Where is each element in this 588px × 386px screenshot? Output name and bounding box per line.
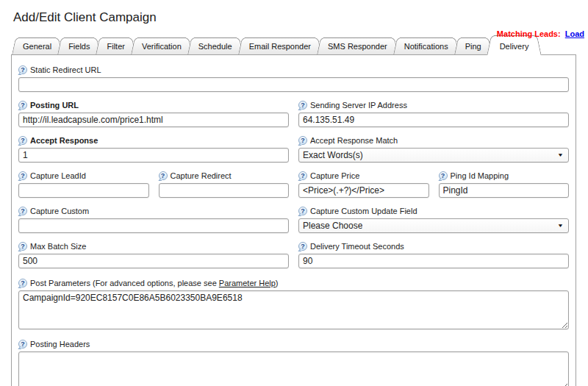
matching-leads-label: Matching Leads: [497,29,561,38]
tab-sms-responder[interactable]: SMS Responder [323,37,392,54]
delivery-timeout-seconds-input[interactable] [298,254,569,268]
field-label-row: ? Capture Custom [18,205,289,216]
help-icon[interactable]: ? [18,340,27,349]
select-selected-value: Please Choose [303,221,362,231]
capture-custom-update-field-label: Capture Custom Update Field [310,206,417,216]
help-icon[interactable]: ? [18,279,27,287]
field-capture-price: ? Capture Price [298,170,429,198]
help-icon[interactable]: ? [298,136,307,145]
tab-general[interactable]: General [18,37,56,54]
posting-headers-textarea[interactable] [18,351,569,386]
help-icon[interactable]: ? [159,171,168,180]
sending-server-ip-input[interactable] [298,112,569,127]
tab-verification[interactable]: Verification [137,37,186,54]
field-accept-response: ? Accept Response [18,135,289,162]
tab-notifications[interactable]: Notifications [400,37,453,54]
capture-custom-label: Capture Custom [30,206,89,216]
form-row: ? Post Parameters (For advanced options,… [18,277,569,329]
capture-leadid-input[interactable] [18,183,149,198]
help-icon[interactable]: ? [298,101,307,110]
capture-price-label: Capture Price [310,171,359,181]
help-icon[interactable]: ? [18,101,27,110]
capture-leadid-label: Capture LeadId [30,171,86,181]
field-post-parameters: ? Post Parameters (For advanced options,… [18,277,569,329]
field-max-batch-size: ? Max Batch Size [18,240,289,268]
capture-redirect-input[interactable] [159,183,290,198]
tab-fields[interactable]: Fields [64,37,94,54]
max-batch-size-label: Max Batch Size [30,241,86,251]
field-capture-custom: ? Capture Custom [18,205,289,233]
accept-response-match-label: Accept Response Match [310,135,398,146]
field-ping-id-mapping: ? Ping Id Mapping [439,170,570,198]
field-sending-server-ip: ? Sending Server IP Address [298,99,569,127]
tab-schedule[interactable]: Schedule [194,37,237,54]
help-icon[interactable]: ? [298,242,307,251]
help-icon[interactable]: ? [439,171,448,180]
max-batch-size-input[interactable] [18,254,289,268]
ping-id-mapping-input[interactable] [439,183,570,198]
field-label-row: ? Capture Redirect [159,170,290,181]
parameter-help-link[interactable]: Parameter Help [219,279,276,287]
delivery-tab-panel: ? Static Redirect URL ? Posting URL ? Se… [11,54,576,386]
field-posting-headers: ? Posting Headers [18,338,569,386]
field-accept-response-match: ? Accept Response Match Exact Words(s) ▼ [298,135,569,162]
field-label-row: ? Delivery Timeout Seconds [298,240,569,251]
form-row: ? Capture LeadId ? Capture Redirect ? Ca… [18,170,569,198]
post-parameters-label-suffix: ) [276,279,279,287]
capture-custom-update-field-select[interactable]: Please Choose ▼ [298,218,569,233]
field-label-row: ? Capture LeadId [18,170,149,181]
posting-headers-label: Posting Headers [30,339,90,349]
tab-email-responder[interactable]: Email Responder [245,37,315,54]
field-label-row: ? Accept Response [18,135,289,146]
field-label-row: ? Capture Custom Update Field [298,205,569,216]
field-label-row: ? Static Redirect URL [18,64,569,75]
post-parameters-textarea[interactable]: CampaignId=920EC8157C0E86A5B6023350BA9E6… [18,290,569,329]
posting-url-input[interactable] [18,112,289,127]
help-icon[interactable]: ? [18,171,27,180]
page-title: Add/Edit Client Campaign [13,10,588,25]
help-icon[interactable]: ? [18,207,27,215]
form-row: ? Accept Response ? Accept Response Matc… [18,135,569,162]
field-label-row: ? Max Batch Size [18,240,289,251]
field-label-row: ? Posting URL [18,99,289,110]
static-redirect-url-label: Static Redirect URL [30,65,101,75]
field-label-row: ? Capture Price [298,170,429,181]
tab-filter[interactable]: Filter [102,37,129,54]
field-label-row: ? Ping Id Mapping [439,170,570,181]
field-delivery-timeout-seconds: ? Delivery Timeout Seconds [298,240,569,268]
ping-id-mapping-label: Ping Id Mapping [451,171,509,181]
select-selected-value: Exact Words(s) [303,150,363,160]
static-redirect-url-input[interactable] [18,77,569,92]
accept-response-label: Accept Response [30,135,98,146]
field-label-row: ? Sending Server IP Address [298,99,569,110]
post-parameters-label: Post Parameters (For advanced options, p… [30,278,279,288]
matching-leads-load-link[interactable]: Load [565,29,584,38]
field-capture-custom-update-field: ? Capture Custom Update Field Please Cho… [298,205,569,233]
matching-leads: Matching Leads: Load [497,29,584,38]
posting-url-label: Posting URL [30,100,79,110]
field-label-row: ? Post Parameters (For advanced options,… [18,277,569,288]
sending-server-ip-label: Sending Server IP Address [310,100,407,110]
tab-delivery[interactable]: Delivery [494,35,535,55]
help-icon[interactable]: ? [18,65,27,74]
chevron-down-icon: ▼ [557,223,564,229]
field-posting-url: ? Posting URL [18,99,289,127]
form-row: ? Capture Custom ? Capture Custom Update… [18,205,569,233]
help-icon[interactable]: ? [18,242,27,251]
field-capture-leadid: ? Capture LeadId [18,170,149,198]
form-row: ? Posting Headers [18,338,569,386]
accept-response-input[interactable] [18,148,289,162]
accept-response-match-select[interactable]: Exact Words(s) ▼ [298,148,569,162]
help-icon[interactable]: ? [298,207,307,215]
field-capture-redirect: ? Capture Redirect [159,170,290,198]
post-parameters-label-prefix: Post Parameters (For advanced options, p… [30,279,219,287]
help-icon[interactable]: ? [298,171,307,180]
capture-price-input[interactable] [298,183,429,198]
capture-redirect-label: Capture Redirect [171,171,232,181]
capture-custom-input[interactable] [18,218,289,233]
chevron-down-icon: ▼ [557,152,564,158]
field-static-redirect-url: ? Static Redirect URL [18,64,569,92]
help-icon[interactable]: ? [18,136,27,145]
tab-ping[interactable]: Ping [461,37,486,54]
field-label-row: ? Posting Headers [18,338,569,349]
